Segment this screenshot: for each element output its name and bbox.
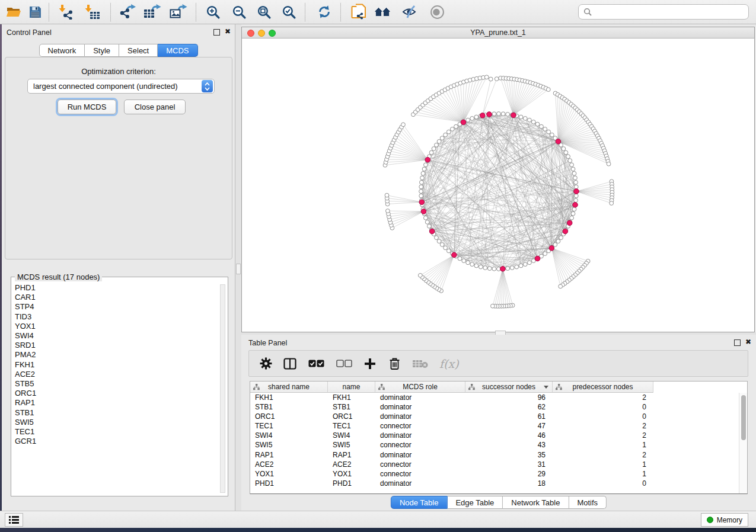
graph-node[interactable]	[454, 124, 458, 129]
close-panel-icon[interactable]: ✖	[745, 338, 751, 346]
close-panel-button[interactable]: Close panel	[124, 100, 186, 114]
graph-node[interactable]	[528, 261, 532, 265]
show-column-panel-icon[interactable]	[283, 357, 297, 371]
mcds-graph-node[interactable]	[419, 200, 425, 205]
zoom-in-icon[interactable]	[204, 3, 222, 21]
column-header-shared-name[interactable]: shared name	[250, 382, 328, 393]
table-row[interactable]: SWI5SWI5connector431	[250, 440, 747, 450]
mcds-graph-node[interactable]	[452, 252, 457, 258]
delete-column-icon[interactable]	[387, 357, 401, 371]
mcds-result-item[interactable]: YOX1	[15, 322, 216, 331]
graph-node[interactable]	[419, 185, 423, 189]
graph-node[interactable]	[444, 133, 448, 137]
graph-node[interactable]	[519, 115, 523, 119]
graph-node[interactable]	[566, 155, 570, 159]
graph-node[interactable]	[574, 180, 578, 184]
task-history-button[interactable]	[5, 513, 23, 527]
run-mcds-button[interactable]: Run MCDS	[58, 100, 116, 114]
mcds-graph-node[interactable]	[425, 157, 430, 162]
graph-node[interactable]	[424, 163, 428, 167]
graph-node[interactable]	[523, 117, 527, 121]
mcds-result-item[interactable]: ORC1	[15, 389, 216, 398]
graph-node[interactable]	[458, 257, 462, 261]
mcds-result-item[interactable]: TID3	[15, 312, 216, 322]
graph-node[interactable]	[484, 75, 489, 79]
mcds-result-item[interactable]: STP4	[15, 302, 216, 312]
mcds-graph-node[interactable]	[511, 113, 516, 118]
graph-node[interactable]	[419, 194, 423, 198]
graph-node[interactable]	[470, 117, 474, 121]
graph-node[interactable]	[556, 239, 560, 243]
mcds-graph-node[interactable]	[549, 246, 554, 251]
network-window-titlebar[interactable]: YPA_prune.txt_1	[242, 27, 754, 39]
column-header-name[interactable]: name	[328, 382, 375, 393]
graph-node[interactable]	[435, 236, 439, 240]
tab-style[interactable]: Style	[85, 44, 119, 57]
mcds-result-item[interactable]: GCR1	[15, 437, 216, 446]
graph-node[interactable]	[386, 209, 390, 213]
mcds-result-item[interactable]: SWI5	[15, 418, 216, 427]
refresh-view-icon[interactable]	[315, 3, 333, 21]
graph-node[interactable]	[437, 139, 441, 143]
graph-node[interactable]	[495, 77, 499, 81]
mcds-graph-node[interactable]	[556, 139, 561, 145]
graph-node[interactable]	[550, 133, 554, 137]
graph-node[interactable]	[571, 167, 575, 171]
table-row[interactable]: FKH1FKH1dominator962	[250, 393, 747, 402]
close-panel-icon[interactable]: ✖	[225, 27, 231, 36]
graph-node[interactable]	[483, 266, 487, 270]
graph-node[interactable]	[470, 262, 474, 267]
graph-node[interactable]	[568, 159, 572, 163]
graph-node[interactable]	[440, 136, 444, 140]
table-row[interactable]: PHD1PHD1dominator180	[250, 479, 747, 488]
splitter-handle[interactable]	[236, 264, 241, 274]
graph-node[interactable]	[492, 267, 496, 271]
graph-node[interactable]	[466, 261, 470, 265]
mcds-graph-node[interactable]	[574, 189, 579, 194]
show-details-icon[interactable]	[428, 3, 446, 21]
mcds-result-item[interactable]: SWI4	[15, 331, 216, 341]
graph-node[interactable]	[401, 123, 406, 127]
table-row[interactable]: YOX1YOX1connector291	[250, 469, 747, 479]
graph-node[interactable]	[506, 267, 510, 271]
mcds-graph-node[interactable]	[480, 113, 486, 118]
graph-node[interactable]	[506, 113, 510, 117]
save-session-icon[interactable]	[26, 3, 44, 21]
import-network-icon[interactable]	[57, 3, 75, 21]
mcds-result-item[interactable]: CAR1	[15, 293, 216, 302]
table-row[interactable]: ACE2ACE2connector311	[250, 460, 747, 469]
graph-node[interactable]	[385, 193, 389, 197]
graph-node[interactable]	[570, 216, 574, 220]
graph-node[interactable]	[570, 163, 574, 167]
graph-node[interactable]	[574, 185, 578, 189]
table-row[interactable]: SWI4SWI4dominator462	[250, 431, 747, 440]
export-table-icon[interactable]	[143, 3, 161, 21]
graph-node[interactable]	[574, 194, 578, 198]
graph-node[interactable]	[497, 112, 501, 116]
graph-node[interactable]	[540, 124, 544, 129]
graph-node[interactable]	[607, 162, 611, 166]
graph-node[interactable]	[519, 264, 523, 268]
zoom-out-icon[interactable]	[230, 3, 248, 21]
graph-node[interactable]	[440, 243, 444, 247]
graph-node[interactable]	[572, 207, 576, 211]
mcds-result-item[interactable]: FKH1	[15, 360, 216, 370]
graph-node[interactable]	[428, 224, 432, 228]
mcds-graph-node[interactable]	[421, 209, 426, 214]
graph-node[interactable]	[424, 216, 428, 220]
select-all-columns-icon[interactable]	[307, 357, 325, 371]
graph-node[interactable]	[515, 265, 519, 269]
graph-node[interactable]	[446, 249, 451, 253]
mcds-graph-node[interactable]	[500, 267, 506, 272]
graph-node[interactable]	[421, 171, 425, 175]
graph-node[interactable]	[462, 259, 466, 263]
graph-node[interactable]	[564, 150, 568, 155]
tab-network[interactable]: Network	[39, 44, 85, 57]
graph-node[interactable]	[420, 180, 424, 184]
create-column-icon[interactable]	[363, 357, 377, 371]
unselect-all-columns-icon[interactable]	[335, 357, 353, 371]
column-header-successor-nodes[interactable]: successor nodes	[465, 382, 553, 393]
float-panel-icon[interactable]	[213, 29, 220, 36]
graph-node[interactable]	[559, 284, 563, 289]
graph-node[interactable]	[489, 77, 493, 81]
